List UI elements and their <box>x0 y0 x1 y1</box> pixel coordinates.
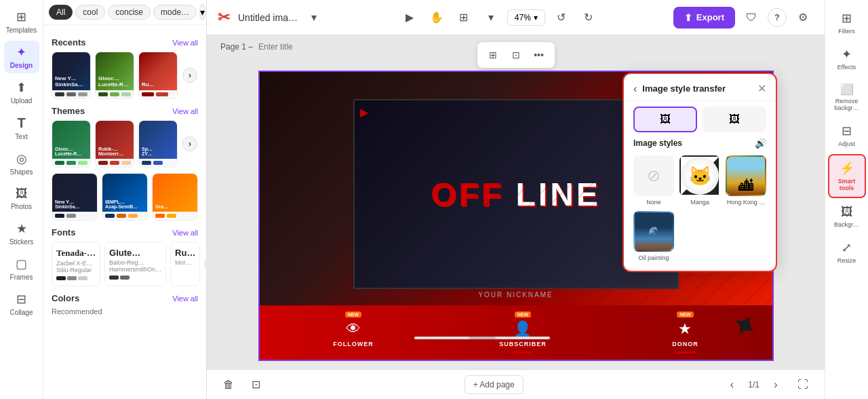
widget-donor: NEW ★ DONOR <box>672 311 698 354</box>
tag-cool[interactable]: cool <box>75 5 105 20</box>
style-item-oil[interactable]: 🌊 Oil painting <box>633 211 674 261</box>
zoom-control[interactable]: 47% ▾ <box>507 10 545 26</box>
backgr-icon: 🖼 <box>841 205 853 219</box>
more-button[interactable]: ••• <box>529 45 549 65</box>
font-card-3[interactable]: Ru… Mor… <box>170 242 200 286</box>
style-item-manga[interactable]: 🐱 Manga <box>679 155 720 206</box>
tag-more-button[interactable]: ▾ <box>199 4 205 20</box>
ist-panel-header: ‹ Image style transfer ✕ <box>624 74 776 101</box>
colors-section-header: Colors View all <box>52 293 198 303</box>
prev-page-button[interactable]: ‹ <box>721 374 743 396</box>
page-title-bar: Page 1 – <box>220 42 360 52</box>
canvas-hscrollbar[interactable] <box>414 337 618 339</box>
recents-view-all[interactable]: View all <box>172 39 198 47</box>
top-toolbar: ✂ Untitled ima… ▾ ▶ ✋ ⊞ ▾ 47% ▾ ↺ ↻ ⬆ Ex… <box>207 0 825 35</box>
play-button[interactable]: ▶ <box>399 7 420 28</box>
next-page-button[interactable]: › <box>765 374 787 396</box>
tag-all[interactable]: All <box>49 5 73 20</box>
page-title-input[interactable] <box>258 42 360 52</box>
theme-card-5[interactable]: IBMPL…Asap-SemiB… <box>102 173 148 221</box>
bottom-right-controls: ‹ 1/1 › ⛶ <box>721 374 814 396</box>
theme-card-3[interactable]: Sp…ZY… <box>138 120 178 168</box>
stickers-icon: ★ <box>16 221 27 236</box>
shield-button[interactable]: 🛡 <box>741 7 762 28</box>
sidebar-item-stickers[interactable]: ★ Stickers <box>4 217 39 250</box>
add-page-label: + Add page <box>473 380 515 390</box>
redo-button[interactable]: ↻ <box>578 7 599 28</box>
canvas-controls: ⊞ ⊡ ••• <box>477 42 555 68</box>
font-card-1[interactable]: Tenada-… Zacbel X-E… Stilu-Regular <box>52 242 100 286</box>
right-item-smart-tools[interactable]: ⚡ Smart tools <box>828 154 866 198</box>
right-sidebar: ⊞ Filters ✦ Effects ⬜ Remove backgr… ⊟ A… <box>825 0 868 399</box>
doc-dropdown-button[interactable]: ▾ <box>303 7 325 28</box>
add-page-button[interactable]: + Add page <box>465 375 524 394</box>
recent-card-3[interactable]: Ru… <box>138 52 178 99</box>
right-item-filters[interactable]: ⊞ Filters <box>828 5 866 40</box>
undo-button[interactable]: ↺ <box>551 7 572 28</box>
fonts-view-all[interactable]: View all <box>172 229 198 237</box>
page-counter: 1/1 <box>748 380 760 390</box>
tag-concise[interactable]: concise <box>108 5 151 20</box>
style-thumb-none: ⊘ <box>633 155 674 196</box>
sidebar-item-frames[interactable]: ▢ Frames <box>4 252 39 285</box>
help-button[interactable]: ? <box>768 8 787 27</box>
recent-card-1[interactable]: New Y…SinkinSa… <box>52 52 91 99</box>
tag-modern[interactable]: mode… <box>153 5 197 20</box>
sidebar-item-shapes[interactable]: ◎ Shapes <box>4 147 39 180</box>
sidebar-item-photos[interactable]: 🖼 Photos <box>4 183 39 214</box>
export-button[interactable]: ⬆ Export <box>673 7 735 28</box>
style-item-hk[interactable]: 🏙 Hong Kong … <box>726 155 766 206</box>
copy-button[interactable]: ⊡ <box>245 374 267 396</box>
right-item-effects[interactable]: ✦ Effects <box>828 41 866 76</box>
right-item-backgr[interactable]: 🖼 Backgr… <box>828 200 866 233</box>
icon-nav: ⊞ Templates ✦ Design ⬆ Upload T Text ◎ S… <box>0 0 43 399</box>
fullscreen-button[interactable]: ⛶ <box>792 374 814 396</box>
ist-tab-2[interactable]: 🖼 <box>703 107 766 132</box>
tag-bar: All cool concise mode… ▾ <box>43 0 206 25</box>
themes-grid-row2: New Y…SinkinSa… IBMPL…Asap-SemiB… <box>52 173 198 221</box>
canvas-wrapper: Page 1 – ⊞ ⊡ ••• OFF LINE ▶ ✕ <box>207 35 825 369</box>
delete-button[interactable]: 🗑 <box>218 374 239 396</box>
fonts-next-button[interactable]: › <box>204 256 206 271</box>
style-item-none[interactable]: ⊘ None <box>633 155 674 206</box>
theme-card-6[interactable]: Gra… <box>152 173 198 221</box>
hand-tool-button[interactable]: ✋ <box>426 7 448 28</box>
ist-sound-icon[interactable]: 🔊 <box>755 138 766 149</box>
settings-button[interactable]: ⚙ <box>792 7 814 28</box>
ist-section-label: Image styles 🔊 <box>624 138 776 153</box>
right-item-resize[interactable]: ⤢ Resize <box>828 235 866 269</box>
bottom-toolbar: 🗑 ⊡ + Add page ‹ 1/1 › ⛶ <box>207 369 825 399</box>
layout-button[interactable]: ⊞ <box>453 7 475 28</box>
ist-close-button[interactable]: ✕ <box>757 82 766 95</box>
theme-card-2[interactable]: Rubik-…Montserr… <box>95 120 134 168</box>
widget-follower: NEW 👁 FOLLOWER <box>333 311 374 354</box>
sidebar-item-collage[interactable]: ⊟ Collage <box>4 288 39 320</box>
colors-title: Colors <box>52 293 79 303</box>
themes-view-all[interactable]: View all <box>172 107 198 115</box>
colors-view-all[interactable]: View all <box>172 294 198 303</box>
recent-card-2[interactable]: Glooc…Lucette-R… <box>95 52 134 99</box>
adjust-icon: ⊟ <box>842 124 852 138</box>
layout-dropdown-button[interactable]: ▾ <box>480 7 502 28</box>
sidebar-item-text[interactable]: T Text <box>4 111 39 145</box>
recents-section-header: Recents View all <box>52 37 198 48</box>
theme-card-4[interactable]: New Y…SinkinSa… <box>52 173 98 221</box>
ist-back-button[interactable]: ‹ <box>633 83 637 95</box>
bottom-left-controls: 🗑 ⊡ <box>218 374 267 396</box>
font-card-2[interactable]: Glute… Baloo-Reg… HammersmithOn… <box>104 242 166 286</box>
recents-next-button[interactable]: › <box>182 68 197 83</box>
widgets-bar: NEW 👁 FOLLOWER NEW 👤 SUBSCRIBER <box>260 305 772 360</box>
themes-next-button-row1[interactable]: › <box>182 136 197 151</box>
right-item-remove-bg[interactable]: ⬜ Remove backgr… <box>828 77 866 117</box>
upload-icon: ⬆ <box>16 80 26 95</box>
sidebar-item-upload[interactable]: ⬆ Upload <box>4 76 39 109</box>
ist-tab-1[interactable]: 🖼 <box>633 107 697 132</box>
sidebar-item-design[interactable]: ✦ Design <box>4 41 39 73</box>
style-thumb-manga: 🐱 <box>679 155 720 196</box>
grid-button[interactable]: ⊞ <box>483 45 503 65</box>
sidebar-item-templates[interactable]: ⊞ Templates <box>4 5 39 38</box>
layout2-button[interactable]: ⊡ <box>506 45 526 65</box>
main-area: ✂ Untitled ima… ▾ ▶ ✋ ⊞ ▾ 47% ▾ ↺ ↻ ⬆ Ex… <box>207 0 825 399</box>
right-item-adjust[interactable]: ⊟ Adjust <box>828 118 866 153</box>
theme-card-1[interactable]: Glooc…Lucette-R… <box>52 120 91 168</box>
